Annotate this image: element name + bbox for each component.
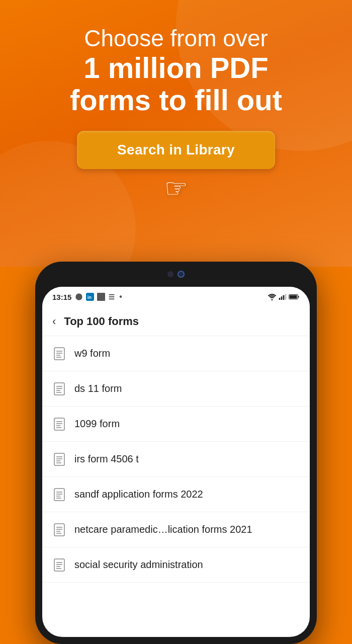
form-item-label: w9 form <box>74 348 110 359</box>
svg-rect-5 <box>279 298 281 300</box>
document-icon <box>52 417 66 431</box>
form-item-label: sandf application forms 2022 <box>74 489 203 500</box>
document-icon <box>52 382 66 396</box>
phone-mockup: 13:15 in • <box>35 262 317 644</box>
status-app-icons: in <box>74 293 116 301</box>
status-dot: • <box>119 292 122 301</box>
hero-line1: Choose from over <box>15 25 337 52</box>
svg-point-4 <box>272 299 273 301</box>
battery-icon <box>289 294 300 300</box>
cursor-hand-icon: ☞ <box>164 173 188 203</box>
svg-rect-10 <box>290 295 297 299</box>
document-icon <box>52 452 66 466</box>
hero-section: Choose from over 1 million PDF forms to … <box>0 0 352 116</box>
svg-rect-7 <box>283 295 285 300</box>
document-icon <box>52 488 66 502</box>
list-item[interactable]: netcare paramedic…lication forms 2021 <box>42 512 310 547</box>
svg-rect-11 <box>54 348 64 360</box>
document-icon <box>52 558 66 572</box>
list-item[interactable]: irs form 4506 t <box>42 442 310 477</box>
camera-dot <box>167 271 173 277</box>
form-item-label: social security administration <box>74 559 203 571</box>
document-icon <box>52 347 66 361</box>
status-right-icons <box>268 293 300 300</box>
signal-icon <box>279 293 287 300</box>
form-item-label: ds 11 form <box>74 383 122 394</box>
hero-line3: forms to fill out <box>15 84 337 116</box>
status-bar: 13:15 in • <box>42 287 310 307</box>
list-item[interactable]: ds 11 form <box>42 371 310 407</box>
document-icon <box>52 523 66 537</box>
nav-title: Top 100 forms <box>64 315 139 328</box>
cursor-wrapper: ☞ <box>0 173 352 203</box>
back-button[interactable]: ‹ <box>52 315 56 328</box>
svg-rect-16 <box>54 383 64 395</box>
wifi-icon <box>268 293 277 300</box>
svg-rect-31 <box>54 489 64 501</box>
status-left: 13:15 in • <box>52 292 122 301</box>
list-item[interactable]: 1099 form <box>42 407 310 442</box>
front-camera <box>178 271 185 278</box>
svg-rect-36 <box>54 524 64 536</box>
phone-notch <box>131 268 221 281</box>
svg-rect-21 <box>54 418 64 430</box>
hero-line2: 1 million PDF <box>15 52 337 84</box>
search-button-wrapper: Search in Library <box>0 131 352 169</box>
form-list: w9 form ds 11 form 1099 form irs form 45… <box>42 336 310 583</box>
phone-outer: 13:15 in • <box>35 262 317 644</box>
svg-rect-41 <box>54 559 64 571</box>
status-time: 13:15 <box>52 293 71 301</box>
form-item-label: irs form 4506 t <box>74 453 139 465</box>
svg-rect-26 <box>54 453 64 465</box>
svg-point-0 <box>76 294 82 300</box>
list-item[interactable]: social security administration <box>42 547 310 583</box>
svg-rect-8 <box>285 294 287 300</box>
phone-top-bar <box>35 262 317 287</box>
svg-rect-6 <box>281 296 283 300</box>
list-item[interactable]: sandf application forms 2022 <box>42 477 310 512</box>
svg-text:in: in <box>87 295 92 300</box>
search-library-button[interactable]: Search in Library <box>77 131 275 169</box>
list-item[interactable]: w9 form <box>42 336 310 371</box>
phone-screen: 13:15 in • <box>42 287 310 637</box>
form-item-label: netcare paramedic…lication forms 2021 <box>74 524 252 535</box>
svg-rect-3 <box>97 293 105 301</box>
form-item-label: 1099 form <box>74 418 120 430</box>
app-nav: ‹ Top 100 forms <box>42 307 310 336</box>
